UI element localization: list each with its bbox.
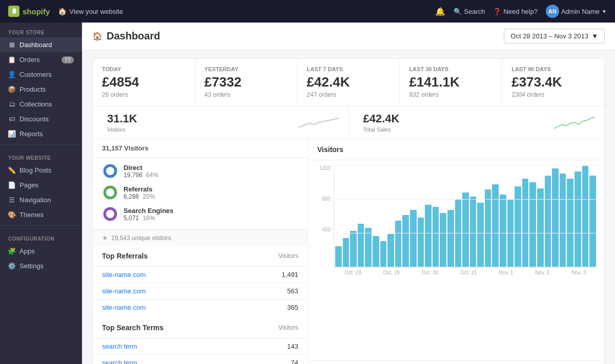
bar [522, 179, 529, 267]
x-label-nov3: Nov. 3 [571, 270, 586, 275]
settings-icon: ⚙️ [8, 263, 15, 270]
top-nav: shopify 🏠 View your website 🔔 🔍 Search ❓… [0, 0, 615, 23]
bar [492, 184, 499, 267]
bar [500, 195, 506, 267]
referral-row-1: site-name.com 563 [93, 283, 308, 299]
source-search-count: 5,071 [124, 215, 139, 222]
visitors-sparkline [298, 113, 339, 132]
x-labels: Oct. 28 Oct. 29 Oct. 30 Oct. 31 Nov. 1 N… [334, 270, 597, 275]
search-icon: 🔍 [454, 8, 462, 15]
date-range-button[interactable]: Oct 28 2013 – Nov 3 2013 ▼ [504, 29, 605, 44]
logo-icon [8, 6, 19, 17]
bar [485, 189, 491, 267]
unique-visitors-row: ★ 19,543 unique visitors [93, 229, 308, 246]
bar [552, 168, 559, 267]
bar [507, 200, 514, 267]
sidebar-item-navigation[interactable]: ☰ Navigation [0, 192, 82, 207]
mini-stat-visitors: 31.1K Visitors [93, 106, 349, 139]
reports-icon: 📊 [8, 131, 15, 138]
help-button[interactable]: ❓ Need help? [493, 8, 538, 15]
stat-value-90days: £373.4K [511, 74, 595, 90]
mini-stat-label-visitors: Visitors [107, 126, 298, 133]
bar [582, 165, 589, 267]
chart-area: 1200 800 400 [308, 160, 604, 360]
chevron-down-icon: ▼ [602, 9, 607, 14]
bell-button[interactable]: 🔔 [435, 7, 445, 16]
bar [410, 210, 417, 267]
source-search: Search Engines 5,071 16% [102, 206, 298, 222]
stat-value-today: £4854 [102, 74, 186, 90]
bar [335, 246, 342, 267]
y-label-800: 800 [315, 196, 331, 202]
bar [462, 192, 469, 267]
mini-stats-row: 31.1K Visitors £42.4K Total Sales [92, 106, 605, 139]
left-panel: 31,157 Visitors Direct [93, 139, 308, 364]
source-referrals-count: 6,288 [124, 193, 139, 200]
sidebar-item-products[interactable]: 📦 Products [0, 82, 82, 97]
stat-7days: LAST 7 DAYS £42.4K 247 orders [298, 59, 400, 105]
sidebar-item-dashboard[interactable]: ⊞ Dashboard [0, 37, 82, 52]
source-direct-pct: 64% [146, 172, 158, 179]
source-direct-name: Direct [124, 164, 298, 172]
logo-text: shopify [23, 7, 50, 16]
stat-orders-yesterday: 43 orders [204, 91, 288, 98]
themes-icon: 🎨 [8, 211, 15, 219]
sidebar-item-customers[interactable]: 👤 Customers [0, 67, 82, 82]
search-terms-header: Top Search Terms Visitors [93, 317, 308, 338]
admin-user-menu[interactable]: AN Admin Name ▼ [546, 5, 607, 18]
search-button[interactable]: 🔍 Search [454, 8, 485, 15]
sidebar-item-settings[interactable]: ⚙️ Settings [0, 259, 82, 273]
mini-stat-label-sales: Total Sales [363, 126, 555, 133]
sidebar: YOUR STORE ⊞ Dashboard 📋 Orders 77 👤 Cus… [0, 23, 82, 364]
sidebar-item-blog-posts[interactable]: ✏️ Blog Posts [0, 163, 82, 178]
main-data-section: 31,157 Visitors Direct [92, 139, 605, 364]
unique-visitors-text: 19,543 unique visitors [111, 234, 171, 242]
sidebar-item-pages[interactable]: 📄 Pages [0, 178, 82, 192]
stat-period-7days: LAST 7 DAYS [307, 66, 391, 72]
mini-stat-value-sales: £42.4K [363, 112, 555, 125]
bar [575, 172, 581, 267]
avatar: AN [546, 5, 559, 18]
stat-today: TODAY £4854 26 orders [93, 59, 195, 105]
collections-icon: 🗂 [8, 101, 15, 108]
sidebar-item-discounts[interactable]: 🏷 Discounts [0, 112, 82, 126]
svg-point-6 [106, 210, 114, 218]
sidebar-item-apps[interactable]: 🧩 Apps [0, 244, 82, 259]
page-title-wrap: 🏠 Dashboard [92, 30, 160, 42]
discounts-icon: 🏷 [8, 116, 15, 123]
x-label-oct28: Oct. 28 [344, 270, 361, 275]
stat-yesterday: YESTERDAY £7332 43 orders [195, 59, 298, 105]
bar [387, 234, 394, 267]
logo[interactable]: shopify [8, 6, 50, 17]
x-label-oct29: Oct. 29 [383, 270, 400, 275]
x-label-oct30: Oct. 30 [422, 270, 438, 275]
sidebar-item-collections[interactable]: 🗂 Collections [0, 97, 82, 112]
bar [470, 197, 477, 267]
svg-rect-0 [12, 10, 13, 10]
sidebar-item-orders[interactable]: 📋 Orders 77 [0, 52, 82, 67]
sidebar-item-reports[interactable]: 📊 Reports [0, 126, 82, 141]
bar [395, 221, 402, 267]
search-term-row-0: search term 143 [93, 338, 308, 355]
bar [418, 218, 424, 267]
sales-sparkline [554, 113, 595, 132]
customers-icon: 👤 [8, 71, 15, 78]
source-referrals: Referrals 6,288 20% [102, 184, 298, 201]
page-title: Dashboard [107, 30, 160, 42]
view-website-link[interactable]: 🏠 View your website [58, 7, 123, 15]
visitor-chart-title: Visitors [317, 145, 343, 154]
stat-value-30days: £141.1K [409, 74, 493, 90]
apps-icon: 🧩 [8, 248, 15, 255]
visitors-col-label: Visitors [278, 252, 298, 260]
home-icon: 🏠 [92, 31, 102, 41]
source-referrals-name: Referrals [124, 185, 298, 193]
y-label-400: 400 [315, 227, 331, 232]
stat-period-yesterday: YESTERDAY [204, 66, 288, 72]
bar [343, 238, 350, 267]
sidebar-item-themes[interactable]: 🎨 Themes [0, 207, 82, 222]
x-label-oct31: Oct. 31 [460, 270, 477, 275]
blog-icon: ✏️ [8, 167, 15, 174]
stat-period-today: TODAY [102, 66, 186, 72]
page-header: 🏠 Dashboard Oct 28 2013 – Nov 3 2013 ▼ [82, 23, 615, 50]
referrals-title: Top Referrals [102, 252, 148, 260]
